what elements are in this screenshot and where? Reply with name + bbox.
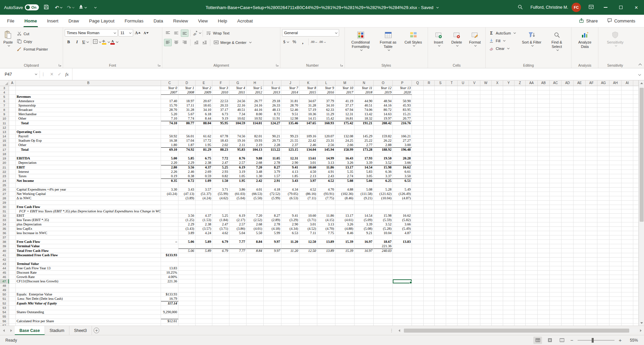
row-header-50[interactable]: 50 bbox=[0, 292, 9, 297]
cell-R48[interactable] bbox=[424, 284, 435, 288]
cell-N25[interactable] bbox=[355, 183, 374, 188]
cell-AA15[interactable] bbox=[526, 139, 538, 143]
cell-Z56[interactable] bbox=[515, 319, 526, 324]
cell-S21[interactable] bbox=[435, 165, 446, 170]
cell-AH34[interactable] bbox=[609, 222, 622, 227]
cell-K46[interactable] bbox=[300, 275, 318, 279]
cell-K16[interactable]: 2.46 bbox=[300, 143, 318, 147]
cell-A17[interactable] bbox=[9, 147, 16, 152]
cell-X34[interactable] bbox=[492, 222, 503, 227]
cell-K11[interactable]: 147.65 bbox=[300, 121, 318, 126]
cell-O35[interactable]: (5.28) bbox=[374, 227, 393, 231]
row-header-27[interactable]: 27 bbox=[0, 192, 9, 196]
cell-AI41[interactable] bbox=[622, 253, 633, 258]
cell-AA45[interactable] bbox=[526, 271, 538, 275]
orientation-button[interactable]: ab bbox=[192, 29, 201, 37]
cell-O46[interactable] bbox=[374, 275, 393, 279]
row-header-30[interactable]: 30 bbox=[0, 205, 9, 209]
cell-AC26[interactable] bbox=[550, 188, 562, 192]
cell-M40[interactable]: 15.39 bbox=[335, 249, 355, 253]
cell-I49[interactable] bbox=[264, 288, 282, 292]
cell-AE16[interactable] bbox=[574, 143, 586, 147]
cell-V36[interactable] bbox=[469, 231, 480, 235]
cell-AI52[interactable] bbox=[622, 301, 633, 306]
cell-E12[interactable] bbox=[196, 126, 213, 130]
cell-V29[interactable] bbox=[469, 201, 480, 205]
cell-N31[interactable] bbox=[355, 209, 374, 214]
clear-button[interactable]: Clear bbox=[487, 45, 519, 52]
cell-Y25[interactable] bbox=[503, 183, 515, 188]
cell-J34[interactable]: 2.90 bbox=[281, 222, 300, 227]
cell-AA9[interactable] bbox=[526, 112, 538, 117]
formula-input[interactable] bbox=[72, 68, 635, 80]
cell-L17[interactable]: 145.94 bbox=[317, 147, 335, 152]
cell-AI45[interactable] bbox=[622, 271, 633, 275]
cell-G12[interactable] bbox=[229, 126, 247, 130]
cell-H44[interactable] bbox=[247, 266, 264, 271]
cell-S6[interactable] bbox=[435, 99, 446, 104]
cell-AA23[interactable] bbox=[526, 174, 538, 179]
cell-AE17[interactable] bbox=[574, 147, 586, 152]
cell-AF56[interactable] bbox=[586, 319, 598, 324]
cell-H30[interactable] bbox=[247, 205, 264, 209]
cell-Y35[interactable] bbox=[503, 227, 515, 231]
cell-Q38[interactable] bbox=[412, 240, 423, 244]
cell-partial-32[interactable] bbox=[633, 214, 639, 218]
cell-AG52[interactable] bbox=[597, 301, 609, 306]
cell-AF19[interactable] bbox=[586, 156, 598, 161]
cell-J4[interactable]: 2014 bbox=[281, 90, 300, 95]
cell-M34[interactable]: 3.26 bbox=[335, 222, 355, 227]
cell-AD5[interactable] bbox=[561, 95, 574, 99]
cell-Q19[interactable] bbox=[412, 156, 423, 161]
cell-AE30[interactable] bbox=[574, 205, 586, 209]
cell-AH53[interactable] bbox=[609, 306, 622, 310]
cell-K44[interactable] bbox=[300, 266, 318, 271]
cell-S46[interactable] bbox=[435, 275, 446, 279]
cell-S25[interactable] bbox=[435, 183, 446, 188]
tab-splitter-handle[interactable]: ⋮ bbox=[387, 328, 396, 333]
cell-L9[interactable]: 11.29 bbox=[317, 112, 335, 117]
cell-AB17[interactable] bbox=[538, 147, 550, 152]
cell-G19[interactable]: 8.76 bbox=[229, 156, 247, 161]
cell-AG15[interactable] bbox=[597, 139, 609, 143]
cell-A43[interactable] bbox=[9, 262, 16, 266]
cell-AI36[interactable] bbox=[622, 231, 633, 235]
cell-M23[interactable]: 2.74 bbox=[335, 174, 355, 179]
cell-N47[interactable] bbox=[355, 279, 374, 284]
cell-E5[interactable] bbox=[196, 95, 213, 99]
cell-P10[interactable]: 20.77 bbox=[393, 117, 412, 121]
sheet-nav-left-button[interactable] bbox=[0, 326, 7, 335]
cell-W46[interactable] bbox=[480, 275, 492, 279]
cell-W8[interactable] bbox=[480, 108, 492, 112]
cell-M25[interactable] bbox=[335, 183, 355, 188]
cell-F22[interactable]: 2.93 bbox=[212, 170, 229, 174]
row-header-9[interactable]: 9 bbox=[0, 112, 9, 117]
cell-H11[interactable]: 114.01 bbox=[247, 121, 264, 126]
cell-P24[interactable]: 6.51 bbox=[393, 179, 412, 183]
cell-D7[interactable]: 17.11 bbox=[178, 104, 196, 108]
scroll-right-button[interactable] bbox=[638, 328, 643, 333]
cell-Y17[interactable] bbox=[503, 147, 515, 152]
cell-H38[interactable]: 8.84 bbox=[247, 240, 264, 244]
cell-D34[interactable]: 2.29 bbox=[178, 222, 196, 227]
cell-partial-52[interactable] bbox=[633, 301, 639, 306]
cell-N13[interactable] bbox=[355, 130, 374, 134]
row-header-29[interactable]: 29 bbox=[0, 201, 9, 205]
cell-I28[interactable]: (5.99) bbox=[264, 196, 282, 201]
cell-Q36[interactable] bbox=[412, 231, 423, 235]
cell-I11[interactable]: 124.27 bbox=[264, 121, 282, 126]
cell-Q33[interactable] bbox=[412, 218, 423, 222]
cell-partial-50[interactable] bbox=[633, 292, 639, 297]
cell-G37[interactable] bbox=[229, 235, 247, 240]
cell-B24[interactable]: Net Income bbox=[16, 179, 161, 183]
cell-F45[interactable] bbox=[212, 271, 229, 275]
cell-Q16[interactable] bbox=[412, 143, 423, 147]
cell-B10[interactable]: Other bbox=[16, 117, 161, 121]
collapse-ribbon-button[interactable] bbox=[639, 64, 642, 67]
cell-AI42[interactable] bbox=[622, 258, 633, 262]
cell-AI19[interactable] bbox=[622, 156, 633, 161]
cell-Y51[interactable] bbox=[503, 297, 515, 301]
cell-AD13[interactable] bbox=[561, 130, 574, 134]
cell-R26[interactable] bbox=[424, 188, 435, 192]
cell-AD12[interactable] bbox=[561, 126, 574, 130]
